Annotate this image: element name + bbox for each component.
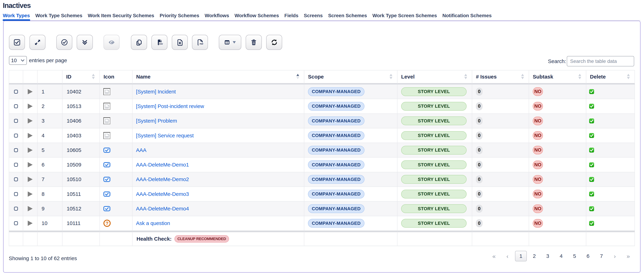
svg-text:CSV: CSV — [159, 43, 163, 45]
svg-text:?: ? — [106, 221, 108, 226]
svg-text:PDF: PDF — [200, 43, 204, 45]
